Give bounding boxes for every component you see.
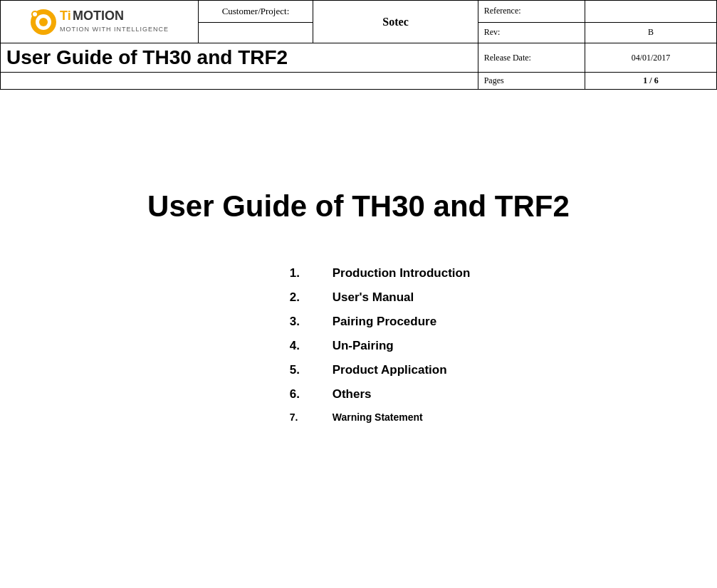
empty-bottom-cell xyxy=(1,73,478,90)
header-table: Ti MOTION MOTION WITH INTELLIGENCE Custo… xyxy=(0,0,717,90)
toc-label-7: Warning Statement xyxy=(333,411,423,423)
rev-value: B xyxy=(585,22,716,43)
toc-label-2: User's Manual xyxy=(333,290,414,305)
reference-label: Reference: xyxy=(478,1,585,23)
empty-cell xyxy=(198,22,313,43)
toc-item-5: 5.Product Application xyxy=(290,363,471,377)
toc-item-1: 1.Production Introduction xyxy=(290,266,471,280)
toc-item-3: 3.Pairing Procedure xyxy=(290,315,471,329)
toc-label-3: Pairing Procedure xyxy=(333,315,436,329)
release-date-value: 04/01/2017 xyxy=(585,43,716,73)
toc-label-5: Product Application xyxy=(333,363,447,377)
document-title-cell: User Guide of TH30 and TRF2 xyxy=(1,43,478,73)
document-title: User Guide of TH30 and TRF2 xyxy=(6,46,288,68)
toc-label-6: Others xyxy=(333,387,372,401)
toc-label-4: Un-Pairing xyxy=(333,339,394,353)
svg-text:MOTION WITH INTELLIGENCE: MOTION WITH INTELLIGENCE xyxy=(60,26,169,33)
release-date-label: Release Date: xyxy=(478,43,585,73)
reference-value xyxy=(585,1,716,23)
toc-number-6: 6. xyxy=(290,387,333,401)
customer-label: Customer/Project: xyxy=(198,1,313,23)
toc-item-2: 2.User's Manual xyxy=(290,290,471,305)
toc-number-2: 2. xyxy=(290,290,333,305)
content-main-title: User Guide of TH30 and TRF2 xyxy=(57,189,660,224)
logo-container: Ti MOTION MOTION WITH INTELLIGENCE xyxy=(6,4,192,40)
toc-item-7: 7.Warning Statement xyxy=(290,411,471,423)
toc-number-4: 4. xyxy=(290,339,333,353)
svg-point-2 xyxy=(39,18,48,26)
svg-point-4 xyxy=(33,12,37,16)
timotion-logo: Ti MOTION MOTION WITH INTELLIGENCE xyxy=(28,4,170,40)
toc-item-6: 6.Others xyxy=(290,387,471,401)
toc-item-4: 4.Un-Pairing xyxy=(290,339,471,353)
logo-cell: Ti MOTION MOTION WITH INTELLIGENCE xyxy=(1,1,199,43)
rev-label: Rev: xyxy=(478,22,585,43)
content-area: User Guide of TH30 and TRF2 1.Production… xyxy=(0,90,717,461)
toc-number-7: 7. xyxy=(290,411,333,423)
pages-value: 1 / 6 xyxy=(585,73,716,90)
table-of-contents: 1.Production Introduction2.User's Manual… xyxy=(290,266,471,433)
svg-text:Ti: Ti xyxy=(60,9,71,23)
toc-number-5: 5. xyxy=(290,363,333,377)
pages-label: Pages xyxy=(478,73,585,90)
toc-number-3: 3. xyxy=(290,315,333,329)
customer-value: Sotec xyxy=(313,1,478,43)
toc-label-1: Production Introduction xyxy=(333,266,471,280)
toc-number-1: 1. xyxy=(290,266,333,280)
svg-text:MOTION: MOTION xyxy=(73,9,124,23)
